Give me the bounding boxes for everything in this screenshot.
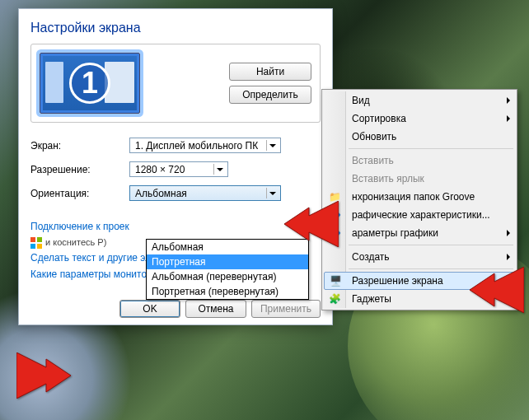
dialog-title: Настройки экрана [30, 21, 321, 35]
gadgets-icon: 🧩 [328, 292, 341, 306]
menu-graphics-opts[interactable]: 🔷араметры графики [324, 224, 515, 242]
monitor-number: 1 [69, 63, 110, 104]
menu-paste-shortcut: Вставить ярлык [324, 170, 515, 188]
connect-projector-link[interactable]: Подключение к проек [30, 221, 129, 232]
menu-groove-sync[interactable]: 📁нхронизация папок Groove [324, 188, 515, 206]
screen-select[interactable]: 1. Дисплей мобильного ПК [129, 138, 281, 153]
windows-logo-icon [30, 237, 42, 249]
chevron-down-icon [266, 140, 278, 151]
submenu-arrow-icon [507, 230, 510, 236]
resolution-label: Разрешение: [30, 164, 129, 175]
orientation-option[interactable]: Портретная (перевернутая) [147, 284, 308, 299]
orientation-select[interactable]: Альбомная [129, 185, 281, 201]
menu-sort[interactable]: Сортировка [324, 110, 515, 128]
menu-view[interactable]: Вид [324, 91, 515, 110]
detect-button[interactable]: Найти [229, 63, 311, 81]
orientation-dropdown: Альбомная Портретная Альбомная (переверн… [146, 239, 309, 300]
apply-button[interactable]: Применить [251, 300, 321, 318]
menu-new[interactable]: Создать [324, 248, 515, 266]
chevron-down-icon [213, 164, 225, 175]
display-preview: 1 Найти Определить [30, 44, 321, 123]
annotation-arrow [284, 201, 339, 247]
svg-marker-0 [284, 201, 339, 247]
menu-paste: Вставить [324, 152, 515, 170]
orientation-option[interactable]: Альбомная (перевернутая) [147, 269, 308, 284]
orientation-option[interactable]: Портретная [147, 254, 308, 269]
chevron-down-icon [266, 188, 278, 198]
svg-marker-2 [16, 352, 71, 399]
identify-button[interactable]: Определить [229, 86, 311, 104]
ok-button[interactable]: OK [119, 300, 180, 318]
screen-label: Экран: [30, 140, 129, 152]
monitor-thumbnail[interactable]: 1 [40, 53, 140, 114]
submenu-arrow-icon [507, 97, 510, 104]
display-settings-dialog: Настройки экрана 1 Найти Определить Экра… [18, 8, 333, 325]
cancel-button[interactable]: Отмена [185, 300, 246, 318]
menu-refresh[interactable]: Обновить [324, 128, 515, 146]
resolution-select[interactable]: 1280 × 720 [129, 161, 228, 177]
submenu-arrow-icon [507, 254, 510, 260]
annotation-arrow [470, 267, 524, 313]
menu-graphics-props[interactable]: 🔷рафические характеристики... [324, 206, 515, 224]
annotation-arrow [16, 352, 71, 399]
orientation-label: Ориентация: [30, 188, 129, 199]
svg-marker-1 [470, 267, 524, 313]
submenu-arrow-icon [507, 115, 510, 122]
monitor-icon: 🖥️ [329, 274, 342, 287]
